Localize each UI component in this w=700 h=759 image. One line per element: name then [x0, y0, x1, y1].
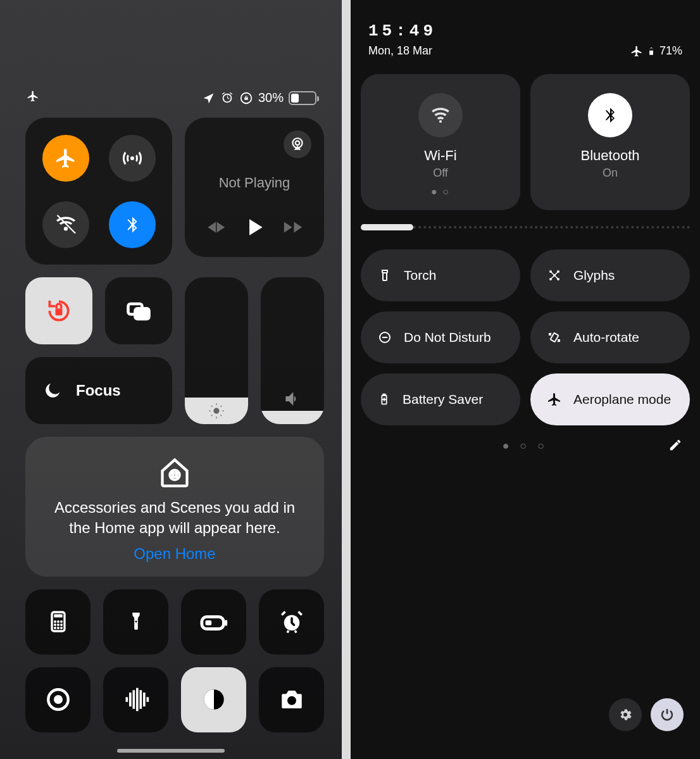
alarm-button[interactable] [259, 589, 324, 655]
svg-point-24 [60, 624, 63, 626]
settings-button[interactable] [609, 698, 642, 731]
pill-label: Glyphs [573, 268, 615, 283]
battery-icon [289, 91, 316, 105]
status-right: 30% [203, 91, 316, 105]
svg-point-34 [54, 695, 63, 704]
bluetooth-label: Bluetooth [537, 147, 684, 164]
calculator-button[interactable] [25, 589, 91, 655]
focus-label: Focus [76, 382, 121, 399]
brightness-icon [208, 402, 225, 420]
home-tile[interactable]: Accessories and Scenes you add in the Ho… [25, 437, 324, 577]
torch-pill[interactable]: Torch [361, 249, 520, 301]
sound-recognition-button[interactable] [103, 667, 168, 732]
svg-rect-38 [651, 47, 652, 48]
aeroplane-pill[interactable]: Aeroplane mode [530, 373, 690, 425]
status-left [25, 90, 41, 106]
ios-status-bar: 30% [25, 90, 316, 106]
battery-saver-pill[interactable]: Battery Saver [361, 373, 520, 425]
svg-point-19 [54, 620, 56, 623]
home-indicator[interactable] [117, 749, 225, 753]
clock: 15:49 [368, 22, 682, 41]
bluetooth-status: On [537, 166, 684, 180]
moon-icon [42, 380, 63, 401]
bluetooth-icon [588, 93, 632, 137]
focus-button[interactable]: Focus [25, 357, 172, 424]
volume-icon [282, 389, 303, 409]
svg-line-12 [220, 415, 222, 417]
autorotate-pill[interactable]: Auto-rotate [530, 311, 690, 363]
comparison-divider [342, 0, 351, 759]
svg-point-27 [60, 627, 63, 629]
wifi-tile[interactable]: Wi-Fi Off ● ○ [361, 74, 520, 210]
open-home-link[interactable]: Open Home [134, 545, 215, 563]
svg-line-14 [220, 406, 222, 407]
home-text: Accessories and Scenes you add in the Ho… [51, 498, 299, 539]
bluetooth-tile[interactable]: Bluetooth On [530, 74, 690, 210]
airplane-icon [25, 90, 41, 103]
orientation-lock-toggle[interactable] [25, 277, 92, 344]
svg-rect-49 [551, 333, 559, 342]
airplane-icon [630, 45, 643, 58]
svg-point-22 [54, 624, 56, 626]
pill-label: Battery Saver [403, 392, 483, 407]
svg-point-6 [213, 408, 219, 413]
screen-mirroring-button[interactable] [105, 277, 172, 344]
airplay-button[interactable] [284, 130, 311, 158]
wifi-icon [418, 93, 463, 137]
dark-mode-button[interactable] [181, 667, 246, 732]
prev-button[interactable] [205, 216, 227, 238]
svg-point-25 [54, 627, 56, 629]
low-power-button[interactable] [181, 589, 246, 655]
glyphs-pill[interactable]: Glyphs [530, 249, 690, 301]
svg-point-15 [170, 470, 179, 480]
svg-point-2 [296, 141, 300, 146]
volume-slider[interactable] [261, 277, 324, 424]
svg-point-28 [135, 621, 137, 623]
svg-rect-51 [383, 394, 385, 396]
screen-record-button[interactable] [25, 667, 91, 732]
wifi-toggle[interactable] [42, 201, 89, 248]
next-button[interactable] [282, 216, 304, 238]
svg-point-26 [57, 627, 59, 629]
svg-point-21 [60, 620, 63, 623]
play-button[interactable] [242, 215, 266, 239]
ios-control-center: 30% Not Playing [0, 0, 342, 759]
airplane-mode-toggle[interactable] [42, 135, 89, 182]
svg-point-20 [57, 620, 59, 623]
svg-rect-39 [649, 48, 653, 51]
battery-pct: 30% [258, 91, 284, 105]
svg-rect-30 [225, 620, 227, 626]
android-status: 15:49 Mon, 18 Mar 71% [351, 0, 700, 64]
wifi-status: Off [367, 166, 514, 180]
connectivity-tile[interactable] [25, 118, 172, 265]
dnd-pill[interactable]: Do Not Disturb [361, 311, 520, 363]
bluetooth-toggle[interactable] [109, 201, 156, 248]
svg-rect-41 [383, 273, 387, 280]
svg-rect-5 [135, 308, 149, 319]
brightness-slider[interactable] [361, 224, 690, 230]
svg-point-23 [57, 624, 59, 626]
location-icon [203, 91, 215, 105]
battery-icon [647, 47, 656, 56]
flashlight-button[interactable] [103, 589, 168, 655]
battery-pct: 71% [659, 44, 682, 58]
tile-page-dots: ● ○ [367, 186, 514, 198]
edit-button[interactable] [668, 438, 682, 455]
svg-rect-29 [201, 617, 223, 629]
power-button[interactable] [651, 698, 684, 731]
svg-rect-31 [205, 620, 211, 625]
svg-rect-18 [54, 615, 62, 618]
camera-button[interactable] [259, 667, 324, 732]
media-tile[interactable]: Not Playing [185, 118, 324, 257]
svg-point-36 [287, 696, 296, 705]
svg-rect-16 [173, 474, 177, 477]
brightness-slider[interactable] [185, 277, 248, 424]
pill-label: Aeroplane mode [573, 392, 671, 407]
media-title: Not Playing [185, 175, 324, 191]
svg-point-40 [439, 120, 442, 123]
cellular-toggle[interactable] [109, 135, 156, 182]
row2-left: Focus [25, 277, 172, 424]
alarm-icon [220, 91, 234, 105]
svg-line-13 [211, 415, 213, 417]
android-quick-settings: 15:49 Mon, 18 Mar 71% Wi-Fi Off ● ○ Blue… [351, 0, 700, 759]
